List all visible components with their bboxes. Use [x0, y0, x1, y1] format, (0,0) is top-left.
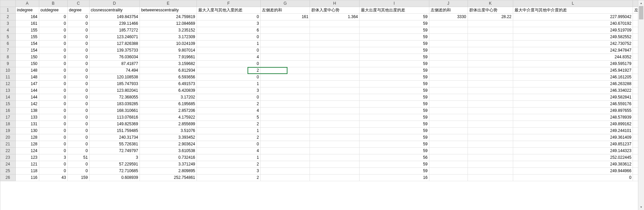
cell[interactable]: 248.578939	[513, 114, 633, 121]
cell[interactable]: 0	[39, 108, 67, 114]
row-header[interactable]: 21	[0, 141, 15, 148]
cell[interactable]: 59	[359, 54, 429, 61]
cell[interactable]: 249.595179	[513, 61, 633, 67]
cell[interactable]: 249.851237	[513, 141, 633, 148]
col-header-I[interactable]: I	[359, 0, 429, 7]
cell[interactable]: 59	[359, 27, 429, 34]
cell[interactable]: 87.41877	[89, 61, 140, 67]
cell[interactable]: 148	[15, 67, 39, 74]
cell[interactable]: 55.726381	[89, 141, 140, 148]
cell[interactable]: 0	[67, 81, 89, 87]
cell[interactable]: 3	[197, 20, 260, 27]
row-header[interactable]: 26	[0, 174, 15, 181]
table-row[interactable]: 415500185.772723.235152659249.519709	[0, 27, 644, 34]
cell[interactable]: 1	[197, 81, 260, 87]
cell[interactable]	[429, 67, 468, 74]
cell[interactable]: 0	[197, 34, 260, 41]
cell[interactable]: 0	[67, 114, 89, 121]
vertical-scrollbar[interactable]: ▲ ▼	[638, 0, 644, 210]
cell[interactable]: 0	[197, 94, 260, 101]
cell[interactable]: 3	[197, 168, 260, 174]
cell[interactable]: 3.371249	[140, 161, 197, 168]
cell[interactable]	[429, 54, 468, 61]
row-header[interactable]: 24	[0, 161, 15, 168]
cell[interactable]: 0	[39, 61, 67, 67]
cell[interactable]: 3	[197, 87, 260, 94]
cell[interactable]	[260, 128, 310, 134]
cell[interactable]: 147	[15, 81, 39, 87]
cell[interactable]	[468, 141, 513, 148]
cell[interactable]	[260, 94, 310, 101]
cell[interactable]	[260, 174, 310, 181]
cell[interactable]: 0	[39, 81, 67, 87]
cell[interactable]: 72.749797	[89, 148, 140, 154]
cell[interactable]	[429, 134, 468, 141]
cell[interactable]	[468, 61, 513, 67]
row-header[interactable]: 7	[0, 47, 15, 54]
table-row[interactable]: 2012800240.317343.393452259249.361409	[0, 134, 644, 141]
cell[interactable]	[310, 27, 360, 34]
row-header[interactable]: 23	[0, 154, 15, 161]
cell[interactable]: 0	[39, 128, 67, 134]
cell[interactable]	[429, 168, 468, 174]
cell[interactable]	[429, 41, 468, 47]
cell[interactable]	[468, 94, 513, 101]
row-header[interactable]: 12	[0, 81, 15, 87]
cell[interactable]	[260, 61, 310, 67]
col-header-C[interactable]: C	[67, 0, 89, 7]
cell[interactable]	[260, 121, 310, 128]
cell[interactable]: 0	[67, 94, 89, 101]
cell[interactable]	[260, 47, 310, 54]
table-row[interactable]: 615400127.82638810.024109159242.730752	[0, 41, 644, 47]
cell[interactable]: 1	[197, 154, 260, 161]
cell[interactable]	[468, 108, 513, 114]
cell[interactable]: 59	[359, 94, 429, 101]
cell[interactable]: 0	[67, 87, 89, 94]
cell[interactable]	[310, 161, 360, 168]
cell[interactable]: 138	[15, 108, 39, 114]
cell[interactable]: 227.995042	[513, 14, 633, 20]
cell[interactable]	[310, 108, 360, 114]
cell[interactable]: 154	[15, 41, 39, 47]
cell[interactable]	[260, 154, 310, 161]
cell[interactable]: 59	[359, 114, 429, 121]
cell[interactable]: 0	[39, 114, 67, 121]
cell[interactable]: 0	[39, 168, 67, 174]
col-header-K[interactable]: K	[468, 0, 513, 7]
cell[interactable]: 74.494	[89, 67, 140, 74]
cell[interactable]	[429, 108, 468, 114]
cell[interactable]	[429, 94, 468, 101]
col-header-E[interactable]: E	[140, 0, 197, 7]
cell[interactable]: 4	[197, 108, 260, 114]
cell[interactable]: 0	[67, 61, 89, 67]
cell[interactable]	[429, 101, 468, 108]
cell[interactable]: 139.375733	[89, 47, 140, 54]
col-header-G[interactable]: G	[260, 0, 310, 7]
cell[interactable]: 124	[15, 148, 39, 154]
cell[interactable]: 24.759819	[140, 14, 197, 20]
cell[interactable]	[260, 108, 310, 114]
cell[interactable]: 155	[15, 27, 39, 34]
cell[interactable]	[468, 67, 513, 74]
cell[interactable]: 0	[67, 108, 89, 114]
cell[interactable]: 0	[67, 161, 89, 168]
cell[interactable]	[260, 27, 310, 34]
cell[interactable]	[260, 74, 310, 81]
cell[interactable]: 59	[359, 121, 429, 128]
cell[interactable]: 0	[67, 27, 89, 34]
table-row[interactable]: 1314400123.8020416.420839359246.334022	[0, 87, 644, 94]
cell[interactable]: 164	[15, 14, 39, 20]
cell[interactable]	[260, 34, 310, 41]
table-row[interactable]: 316100239.1146612.084669359240.670192	[0, 20, 644, 27]
table-row[interactable]: 1114800120.1085386.593656059246.161205	[0, 74, 644, 81]
cell[interactable]: 0	[197, 74, 260, 81]
cell[interactable]: 59	[359, 67, 429, 74]
cell[interactable]: 59	[359, 34, 429, 41]
cell[interactable]	[468, 20, 513, 27]
cell[interactable]: 2	[197, 134, 260, 141]
cell[interactable]: 59	[359, 161, 429, 168]
cell[interactable]: 0	[197, 47, 260, 54]
cell[interactable]: 0	[39, 27, 67, 34]
cell[interactable]: 59	[359, 134, 429, 141]
cell[interactable]: 左侧差的和	[260, 7, 310, 14]
